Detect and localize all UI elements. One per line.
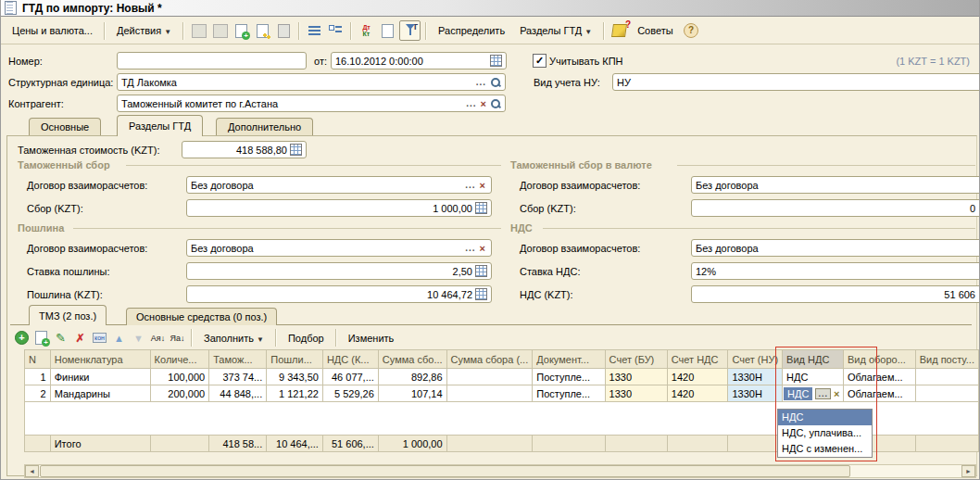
cell[interactable] bbox=[446, 385, 533, 402]
cell[interactable]: 200,000 bbox=[150, 385, 209, 402]
report-icon[interactable] bbox=[378, 21, 397, 40]
cell[interactable]: 1 bbox=[25, 369, 51, 385]
calculator-icon[interactable] bbox=[290, 144, 302, 156]
vat-amount-input[interactable]: 51 606 bbox=[691, 285, 980, 303]
dtkt-postings-icon[interactable]: ДтКт bbox=[357, 21, 376, 40]
structure-list-icon[interactable] bbox=[305, 21, 324, 40]
tab-dopolnitelno[interactable]: Дополнительно bbox=[216, 118, 313, 136]
vat-rate-input[interactable]: 12% bbox=[691, 262, 980, 280]
scrollbar-thumb[interactable] bbox=[40, 465, 850, 477]
prices-currency-button[interactable]: Цены и валюта... bbox=[5, 20, 100, 41]
cell[interactable]: Финики bbox=[50, 369, 150, 385]
col-fee-sum-cur[interactable]: Сумма сбора (... bbox=[446, 350, 533, 369]
duty-amount-input[interactable]: 10 464,72 bbox=[186, 285, 492, 303]
clear-icon[interactable]: × bbox=[478, 180, 487, 191]
scroll-right-icon[interactable]: ► bbox=[961, 465, 975, 477]
calculator-icon[interactable] bbox=[475, 288, 487, 300]
cell[interactable]: 5 529,26 bbox=[322, 385, 378, 402]
cell[interactable]: Мандарины bbox=[50, 385, 150, 402]
col-vat-kind[interactable]: Вид НДС bbox=[783, 350, 844, 369]
dropdown-item-nds-changed[interactable]: НДС с изменен... bbox=[778, 441, 872, 457]
pick-button[interactable]: Подбор bbox=[281, 328, 332, 348]
settings-list-icon[interactable] bbox=[326, 21, 346, 40]
customs-value-input[interactable]: 418 588,80 bbox=[182, 141, 307, 158]
col-nomenclature[interactable]: Номенклатура bbox=[50, 350, 150, 369]
duty-contract-input[interactable]: Без договора...× bbox=[186, 239, 492, 257]
col-customs[interactable]: Тамож... bbox=[209, 350, 267, 369]
calculator-icon[interactable] bbox=[475, 202, 487, 214]
cell[interactable]: 100,000 bbox=[150, 369, 209, 385]
advice-button[interactable]: Советы bbox=[630, 20, 680, 41]
cell[interactable] bbox=[915, 369, 978, 385]
ellipsis-button[interactable]: ... bbox=[463, 180, 477, 190]
actions-button[interactable]: Действия▼ bbox=[109, 20, 179, 41]
tab-osnovnye-sredstva[interactable]: Основные средства (0 поз.) bbox=[126, 308, 277, 325]
duty-rate-input[interactable]: 2,50 bbox=[186, 262, 492, 280]
cell[interactable]: 1420 bbox=[667, 385, 728, 402]
vat-kind-editor-cell[interactable]: НДС ... × bbox=[783, 385, 844, 402]
calendar-icon[interactable] bbox=[490, 55, 502, 67]
clear-icon[interactable]: × bbox=[478, 243, 487, 254]
copy-row-icon[interactable]: + bbox=[32, 330, 50, 347]
cell[interactable]: Облагаем... bbox=[844, 369, 916, 385]
dropdown-item-nds[interactable]: НДС bbox=[778, 410, 872, 425]
copy-icon[interactable]: + bbox=[232, 21, 251, 40]
col-quantity[interactable]: Количе... bbox=[150, 350, 209, 369]
calculator-icon[interactable] bbox=[475, 265, 487, 277]
cell[interactable]: 892,86 bbox=[378, 369, 446, 385]
cell[interactable] bbox=[915, 385, 978, 402]
tab-tmz[interactable]: ТМЗ (2 поз.) bbox=[29, 305, 107, 325]
delete-row-icon[interactable]: ✗ bbox=[71, 330, 89, 347]
help-icon[interactable]: ? bbox=[682, 21, 701, 40]
end-edit-icon[interactable]: кон bbox=[91, 330, 108, 347]
move-down-icon[interactable]: ▼ bbox=[130, 330, 147, 347]
col-vat[interactable]: НДС (К... bbox=[322, 350, 378, 369]
date-input[interactable]: 16.10.2012 0:00:00 bbox=[331, 52, 507, 69]
cell[interactable] bbox=[446, 369, 533, 385]
change-button[interactable]: Изменить bbox=[341, 328, 402, 348]
col-receipt-kind[interactable]: Вид посту... bbox=[915, 350, 978, 369]
cell[interactable]: 1 121,22 bbox=[267, 385, 323, 402]
vat-contract-input[interactable]: Без договора bbox=[691, 239, 980, 257]
nu-kind-input[interactable]: НУ bbox=[612, 73, 980, 91]
cell[interactable]: 9 343,50 bbox=[267, 369, 323, 385]
fee-amount-input[interactable]: 1 000,00 bbox=[186, 199, 492, 217]
horizontal-scrollbar[interactable]: ◄ ► bbox=[24, 464, 976, 478]
number-input[interactable] bbox=[117, 52, 307, 69]
col-n[interactable]: N bbox=[25, 350, 51, 369]
cell[interactable]: 1330Н bbox=[728, 385, 783, 402]
cell[interactable]: 1330Н bbox=[728, 369, 783, 385]
tab-osnovnye[interactable]: Основные bbox=[29, 118, 101, 136]
dropdown-item-nds-paid[interactable]: НДС, уплачива... bbox=[778, 425, 872, 441]
col-fee-sum[interactable]: Сумма сбо... bbox=[378, 350, 446, 369]
filter-toggle-icon[interactable]: Т bbox=[399, 20, 421, 41]
cell[interactable]: 1420 bbox=[667, 369, 728, 385]
cell[interactable]: 107,14 bbox=[378, 385, 446, 402]
ellipsis-button[interactable]: ... bbox=[463, 243, 477, 253]
tab-razdely-gtd[interactable]: Разделы ГТД bbox=[117, 115, 203, 136]
reread-icon[interactable] bbox=[210, 21, 230, 40]
kpn-checkbox[interactable]: ✓ bbox=[533, 54, 547, 68]
cell[interactable]: 44 848,... bbox=[209, 385, 267, 402]
fee-contract-input[interactable]: Без договора...× bbox=[186, 176, 492, 194]
col-account-bu[interactable]: Счет (БУ) bbox=[605, 350, 667, 369]
col-account-nu[interactable]: Счет (НУ) bbox=[728, 350, 783, 369]
post-document-icon[interactable] bbox=[253, 21, 272, 40]
save-icon[interactable] bbox=[189, 21, 208, 40]
edit-row-icon[interactable]: ✎ bbox=[52, 330, 69, 347]
magnifier-icon[interactable] bbox=[490, 77, 501, 88]
col-document[interactable]: Документ... bbox=[533, 350, 605, 369]
cell[interactable]: 373 74... bbox=[209, 369, 267, 385]
sort-desc-icon[interactable]: Яа↓ bbox=[169, 330, 186, 347]
kpn-checkbox-label[interactable]: Учитывать КПН bbox=[549, 56, 623, 67]
counterparty-input[interactable]: Таможенный комитет по г.Астана...× bbox=[117, 95, 506, 112]
clear-icon[interactable]: × bbox=[479, 98, 488, 109]
col-account-vat[interactable]: Счет НДС bbox=[667, 350, 728, 369]
cell[interactable]: Поступле... bbox=[533, 369, 605, 385]
move-up-icon[interactable]: ▲ bbox=[110, 330, 128, 347]
ellipsis-button[interactable]: ... bbox=[474, 77, 488, 87]
col-duty[interactable]: Пошли... bbox=[267, 350, 323, 369]
cell[interactable]: 46 077,... bbox=[322, 369, 378, 385]
cell[interactable]: 1330 bbox=[605, 369, 667, 385]
sort-asc-icon[interactable]: Ая↓ bbox=[149, 330, 167, 347]
